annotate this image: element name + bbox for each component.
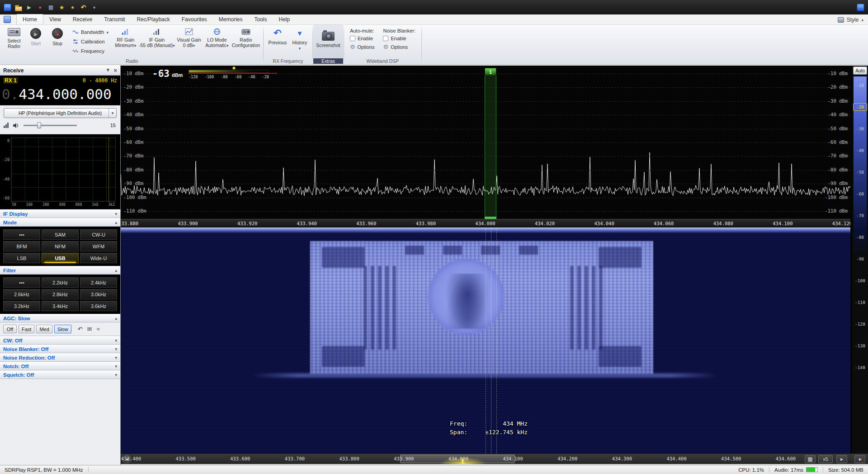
mode-button-sam[interactable]: SAM [42,229,79,240]
equalizer-icon[interactable] [4,123,9,128]
lo-mode-button[interactable]: LO ModeAutomatic [203,26,231,57]
scroll-end-button[interactable] [854,455,865,463]
play-icon[interactable] [25,4,33,11]
select-radio-button[interactable]: Select Radio [3,26,25,57]
spectrum-frequency-axis[interactable]: 433.880433.900433.920433.940433.960433.9… [121,219,850,228]
tab-home[interactable]: Home [16,14,43,24]
tab-transmit[interactable]: Transmit [98,14,131,24]
tab-rec-playback[interactable]: Rec/Playback [131,14,175,24]
radio-configuration-button[interactable]: Radio Configuration [231,26,261,57]
chevron-down-icon[interactable] [108,109,116,118]
agc-button-fast[interactable]: Fast [19,325,34,333]
favourite-icon[interactable] [58,4,66,11]
section-header-squelch[interactable]: Squelch: Off [0,370,120,379]
noise-blanker-enable-checkbox[interactable]: Enable [383,36,415,41]
mode-button-more[interactable]: ••• [3,229,40,240]
tab-favourites[interactable]: Favourites [176,14,213,24]
section-header-noise-blanker[interactable]: Noise Blanker: Off [0,345,120,353]
favourite-add-icon[interactable] [69,4,76,11]
calibration-button[interactable]: Calibration [71,38,110,45]
scroll-right-button[interactable] [836,455,847,463]
filter-button-3.4khz[interactable]: 3.4kHz [42,301,79,311]
tab-memories[interactable]: Memories [213,14,249,24]
record-icon[interactable] [36,4,44,11]
app-logo-icon[interactable] [4,4,11,11]
section-header-noise-reduction[interactable]: Noise Reduction: Off [0,353,120,362]
close-icon[interactable] [113,67,117,74]
frequency-button[interactable]: Frequency [71,47,110,55]
agc-button-slow[interactable]: Slow [54,325,71,333]
band-grid-button[interactable] [805,455,816,463]
visual-gain-button[interactable]: Visual Gain0 dB [175,26,203,57]
volume-slider-thumb[interactable] [37,122,41,128]
tab-view[interactable]: View [43,14,67,24]
filter-button-3.6khz[interactable]: 3.6kHz [80,301,117,311]
undo-icon[interactable] [80,4,87,11]
noise-blanker-options-button[interactable]: Options [383,43,415,50]
frequency-readout[interactable]: 0.434.000.000 [0,84,120,104]
screenshot-button[interactable]: Screenshot [315,26,341,57]
filter-button-2.8khz[interactable]: 2.8kHz [42,289,79,299]
tab-help[interactable]: Help [273,14,296,24]
chevron-down-icon[interactable] [107,67,109,74]
waterfall-display[interactable]: Freq:434 MHz Span:±122.745 kHz [121,228,850,453]
agc-envelope-icon[interactable] [87,326,92,332]
section-header-cw[interactable]: CW: Off [0,336,120,345]
if-gain-button[interactable]: IF Gain-55 dB (Manual) [139,26,175,57]
rf-gain-button[interactable]: RF GainMinimum [113,26,139,57]
zoom-button[interactable]: x5 [818,455,833,463]
section-header-agc[interactable]: AGC: Slow [0,314,120,322]
freq-axis-label: 434.020 [535,221,555,226]
application-menu-icon[interactable] [4,16,11,23]
scrollbar-freq-label: 433.400 [121,456,141,461]
bandwidth-button[interactable]: Bandwidth [71,28,110,36]
previous-frequency-button[interactable]: Previous [266,26,289,57]
minigraph-plot[interactable] [11,137,116,202]
mode-button-wfm[interactable]: WFM [80,241,117,251]
agc-graph-icon[interactable] [96,326,99,332]
start-button[interactable]: Start [25,26,47,57]
mode-button-bfm[interactable]: BFM [3,241,40,251]
filter-button-3.0khz[interactable]: 3.0kHz [80,289,117,299]
agc-button-off[interactable]: Off [3,325,17,333]
monitor-icon[interactable] [47,4,55,11]
agc-undo-icon[interactable] [78,326,83,332]
agc-button-med[interactable]: Med [36,325,52,333]
minigraph-x-label: 400 [59,203,65,208]
open-folder-icon[interactable] [14,4,22,11]
tab-receive[interactable]: Receive [67,14,98,24]
legend-tick-label: -20 [262,75,269,79]
filter-button-2.4khz[interactable]: 2.4kHz [80,277,117,288]
filter-button-2.2khz[interactable]: 2.2kHz [42,277,79,288]
mode-button-wideu[interactable]: Wide-U [80,253,117,263]
style-label[interactable]: Style [847,17,859,23]
stop-button[interactable]: Stop [47,26,68,57]
volume-slider[interactable] [24,122,77,128]
mode-button-nfm[interactable]: NFM [42,241,79,251]
section-header-if-display[interactable]: IF Display [0,209,120,218]
section-header-filter[interactable]: Filter [0,266,120,275]
chevron-down-icon[interactable] [861,17,863,23]
filter-button-more[interactable]: ••• [3,277,40,288]
speaker-icon[interactable] [13,123,19,128]
spectrum-display[interactable]: -63 dBm -120-100-80-60-40-20 1 -10 dBm-1… [121,66,850,219]
mode-button-cwu[interactable]: CW-U [80,229,117,240]
automute-options-button[interactable]: Options [350,43,375,50]
tuning-marker-flag[interactable]: 1 [485,68,496,76]
filter-button-3.2khz[interactable]: 3.2kHz [3,301,40,311]
history-button[interactable]: History [289,26,310,57]
section-header-notch[interactable]: Notch: Off [0,362,120,370]
toolbar-more-icon[interactable] [90,4,98,11]
tab-tools[interactable]: Tools [249,14,273,24]
mode-button-usb[interactable]: USB [42,253,79,263]
stop-icon [52,28,63,39]
frequency-scrollbar[interactable]: x5 433.400433.500433.600433.700433.80043… [121,453,868,464]
waterfall-level-scale[interactable]: Auto -10-20-30-40-50-60-70-80-90-100-110… [852,66,868,453]
minigraph-y-label: 0 [2,138,11,143]
filter-button-2.6khz[interactable]: 2.6kHz [3,289,40,299]
automute-enable-checkbox[interactable]: Enable [350,36,375,41]
db-axis-label-right: -20 dBm [828,84,848,90]
section-header-mode[interactable]: Mode [0,218,120,227]
audio-device-dropdown[interactable]: HP (Périphérique High Definition Audio) [4,108,117,118]
mode-button-lsb[interactable]: LSB [3,253,40,263]
